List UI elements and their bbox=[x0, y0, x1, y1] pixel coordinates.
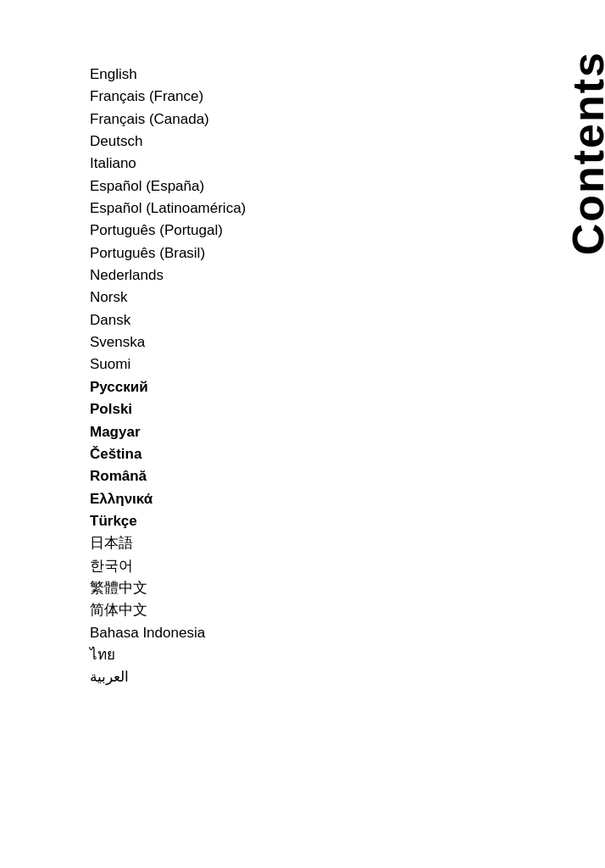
language-item[interactable]: Português (Brasil) bbox=[90, 242, 246, 264]
language-item[interactable]: 简体中文 bbox=[90, 599, 246, 621]
language-item[interactable]: Polski bbox=[90, 398, 246, 420]
language-item[interactable]: Français (France) bbox=[90, 86, 246, 108]
language-item[interactable]: Suomi bbox=[90, 353, 246, 376]
language-item[interactable]: 繁體中文 bbox=[90, 577, 246, 599]
language-item[interactable]: Ελληνικά bbox=[90, 488, 246, 510]
language-item[interactable]: Español (España) bbox=[90, 175, 246, 198]
language-item[interactable]: 한국어 bbox=[90, 555, 246, 577]
language-item[interactable]: Nederlands bbox=[90, 264, 246, 287]
language-item[interactable]: Dansk bbox=[90, 309, 246, 331]
language-item[interactable]: Русский bbox=[90, 376, 246, 398]
language-item[interactable]: 日本語 bbox=[90, 532, 246, 554]
language-item[interactable]: Magyar bbox=[90, 421, 246, 443]
language-item[interactable]: Svenska bbox=[90, 331, 246, 353]
language-item[interactable]: Português (Portugal) bbox=[90, 220, 246, 242]
language-item[interactable]: English bbox=[90, 64, 246, 86]
language-item[interactable]: العربية bbox=[90, 666, 246, 688]
language-item[interactable]: Italiano bbox=[90, 153, 246, 175]
language-item[interactable]: ไทย bbox=[90, 644, 246, 666]
language-item[interactable]: Română bbox=[90, 465, 246, 487]
language-item[interactable]: Deutsch bbox=[90, 131, 246, 153]
language-list: EnglishFrançais (France)Français (Canada… bbox=[90, 64, 246, 689]
language-item[interactable]: Français (Canada) bbox=[90, 108, 246, 131]
language-item[interactable]: Türkçe bbox=[90, 510, 246, 532]
page-container: Contents EnglishFrançais (France)Françai… bbox=[0, 0, 605, 868]
language-item[interactable]: Norsk bbox=[90, 287, 246, 309]
language-item[interactable]: Bahasa Indonesia bbox=[90, 622, 246, 644]
language-item[interactable]: Español (Latinoamérica) bbox=[90, 198, 246, 220]
contents-title: Contents bbox=[563, 51, 605, 255]
language-item[interactable]: Čeština bbox=[90, 443, 246, 465]
